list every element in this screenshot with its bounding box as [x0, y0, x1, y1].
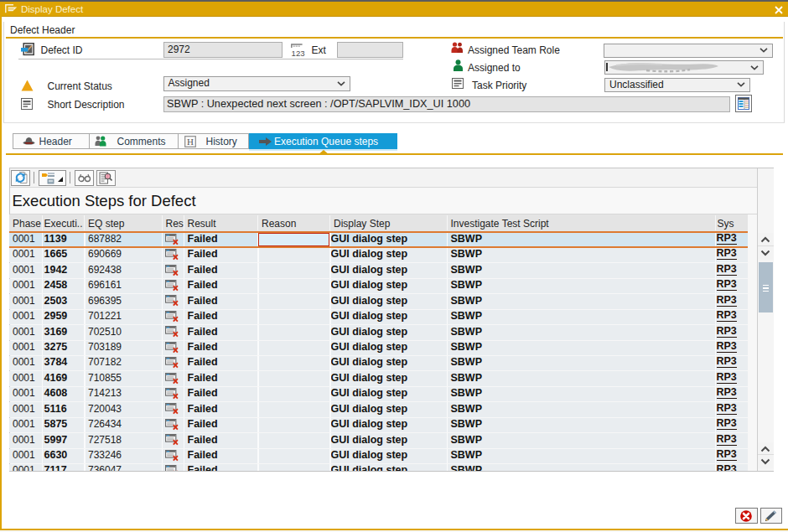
svg-text:123: 123: [291, 48, 304, 56]
svg-text:H: H: [187, 137, 194, 147]
